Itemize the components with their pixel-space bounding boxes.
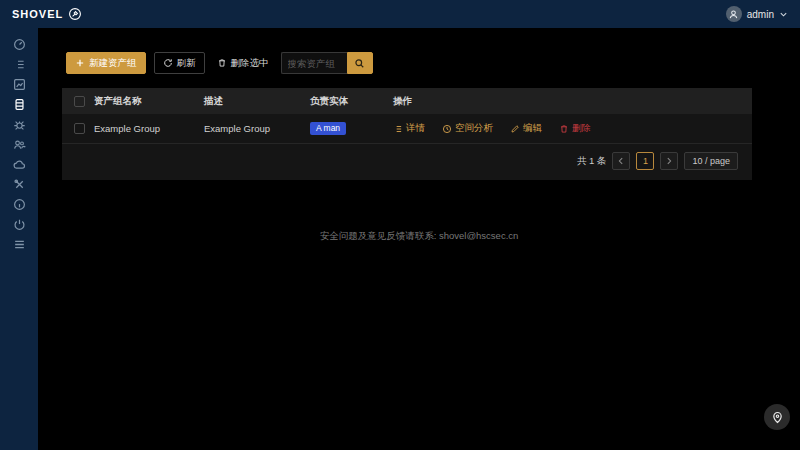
pagination: 共 1 条 1 10 / page (62, 144, 752, 180)
space-analysis-link[interactable]: 空间分析 (442, 122, 493, 135)
details-list-icon (393, 124, 403, 134)
plus-icon (75, 58, 85, 68)
brand: SHOVEL (12, 7, 82, 21)
team-icon (13, 138, 26, 151)
delete-selected-button[interactable]: 删除选中 (213, 52, 273, 74)
sidebar-item-chart[interactable] (0, 74, 38, 94)
sidebar-item-menu[interactable] (0, 234, 38, 254)
cloud-icon (13, 158, 26, 171)
details-label: 详情 (406, 122, 425, 135)
main-content: 新建资产组 刷新 删除选中 (38, 28, 800, 450)
refresh-label: 刷新 (177, 57, 196, 70)
select-all-cell (62, 96, 94, 107)
row-select-cell (62, 123, 94, 134)
sidebar-nav (0, 28, 38, 450)
trash-icon (217, 58, 227, 68)
user-avatar (726, 6, 742, 22)
sidebar-item-cloud[interactable] (0, 154, 38, 174)
refresh-button[interactable]: 刷新 (154, 52, 205, 74)
new-asset-group-button[interactable]: 新建资产组 (66, 52, 146, 74)
sidebar-item-spider[interactable] (0, 114, 38, 134)
new-asset-group-label: 新建资产组 (89, 57, 137, 70)
space-analysis-label: 空间分析 (455, 122, 493, 135)
prev-page-button[interactable] (612, 152, 630, 170)
sidebar-item-task-list[interactable] (0, 54, 38, 74)
delete-trash-icon (559, 124, 569, 134)
table-row: Example Group Example Group A man 详情 (62, 114, 752, 144)
edit-link[interactable]: 编辑 (510, 122, 542, 135)
delete-label: 删除 (572, 122, 591, 135)
toolbar: 新建资产组 刷新 删除选中 (66, 52, 373, 74)
next-page-button[interactable] (660, 152, 678, 170)
row-name: Example Group (94, 123, 204, 134)
asset-group-table: 资产组名称 描述 负责实体 操作 Example Group Example G… (62, 88, 752, 180)
top-navbar: SHOVEL admin (0, 0, 800, 28)
sidebar-item-team[interactable] (0, 134, 38, 154)
table-header-row: 资产组名称 描述 负责实体 操作 (62, 88, 752, 114)
space-analysis-icon (442, 124, 452, 134)
select-all-checkbox[interactable] (74, 96, 85, 107)
dashboard-icon (13, 38, 26, 51)
user-name: admin (747, 9, 774, 20)
search-button[interactable] (347, 52, 373, 74)
edit-label: 编辑 (523, 122, 542, 135)
power-icon (13, 218, 26, 231)
spider-icon (13, 118, 26, 131)
line-chart-icon (13, 78, 26, 91)
list-icon (13, 58, 26, 71)
sidebar-item-dashboard[interactable] (0, 34, 38, 54)
location-fab-button[interactable] (764, 404, 790, 430)
header-description: 描述 (204, 95, 310, 108)
brand-name: SHOVEL (12, 8, 63, 20)
database-icon (13, 98, 26, 111)
delete-selected-label: 删除选中 (231, 57, 269, 70)
sidebar-item-asset-database[interactable] (0, 94, 38, 114)
shovel-logo-icon (68, 7, 82, 21)
footer-contact: 安全问题及意见反馈请联系: shovel@hscsec.cn (38, 230, 800, 243)
row-description: Example Group (204, 123, 310, 134)
page-size-select[interactable]: 10 / page (684, 152, 738, 170)
delete-link[interactable]: 删除 (559, 122, 591, 135)
sidebar-item-info[interactable] (0, 194, 38, 214)
chevron-down-icon (779, 10, 788, 19)
row-entity-cell: A man (310, 122, 393, 135)
header-actions: 操作 (393, 95, 752, 108)
tools-icon (13, 178, 26, 191)
search-icon (354, 58, 365, 69)
page-number-button[interactable]: 1 (636, 152, 654, 170)
refresh-icon (163, 58, 173, 68)
header-name: 资产组名称 (94, 95, 204, 108)
header-entity: 负责实体 (310, 95, 393, 108)
search-input[interactable] (281, 52, 347, 74)
user-menu[interactable]: admin (726, 6, 788, 22)
sidebar-item-tools[interactable] (0, 174, 38, 194)
sidebar-item-power[interactable] (0, 214, 38, 234)
pagination-total: 共 1 条 (577, 155, 607, 168)
location-pin-icon (771, 411, 784, 424)
search-group (281, 52, 373, 74)
info-circle-icon (13, 198, 26, 211)
edit-pencil-icon (510, 124, 520, 134)
details-link[interactable]: 详情 (393, 122, 425, 135)
menu-bars-icon (13, 238, 26, 251)
row-checkbox[interactable] (74, 123, 85, 134)
row-actions: 详情 空间分析 (393, 122, 752, 135)
entity-badge: A man (310, 122, 346, 135)
